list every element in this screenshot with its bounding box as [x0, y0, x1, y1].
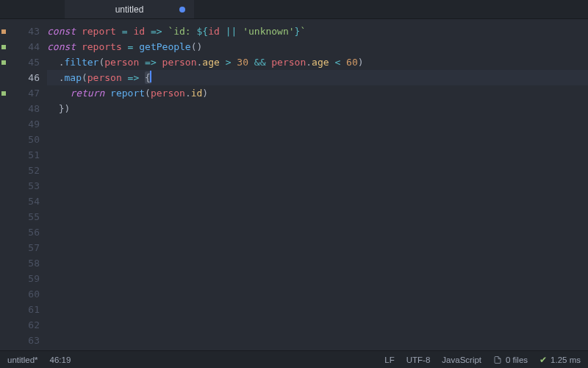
code-line[interactable]: const report = id => `id: ${id || 'unkno…: [47, 24, 588, 39]
line-number: 47: [7, 85, 40, 101]
fold-marker: [0, 302, 7, 317]
fold-marker: [0, 85, 7, 101]
code-area[interactable]: const report = id => `id: ${id || 'unkno…: [47, 19, 588, 350]
status-encoding[interactable]: UTF-8: [406, 355, 431, 364]
fold-marker: [0, 147, 7, 163]
token: .: [185, 88, 191, 99]
tab-untitled[interactable]: untitled: [65, 0, 194, 18]
code-line[interactable]: [47, 286, 588, 302]
status-line-ending[interactable]: LF: [384, 355, 394, 364]
status-timing[interactable]: ✔ 1.25 ms: [539, 355, 581, 365]
token: person: [151, 88, 185, 99]
fold-marker: [0, 240, 7, 255]
token: [122, 72, 128, 83]
token: >: [226, 57, 232, 68]
token: person: [87, 72, 122, 83]
file-icon: [493, 355, 502, 364]
status-bar: untitled* 46:19 LF UTF-8 JavaScript 0 fi…: [0, 350, 588, 368]
token: ${: [197, 26, 209, 37]
code-line[interactable]: [47, 333, 588, 348]
token: [47, 88, 70, 99]
fold-marker: [0, 209, 7, 224]
token: [248, 57, 254, 68]
token: [104, 88, 110, 99]
fold-marker: [0, 224, 7, 240]
code-line[interactable]: [47, 163, 588, 178]
line-number: 62: [7, 317, 40, 333]
token: ): [202, 88, 208, 99]
fold-marker: [0, 24, 7, 39]
code-line[interactable]: [47, 147, 588, 163]
token: [139, 72, 145, 83]
code-line[interactable]: }): [47, 101, 588, 116]
git-marker-icon: [1, 60, 6, 65]
line-number: 48: [7, 101, 40, 116]
code-line[interactable]: [47, 224, 588, 240]
fold-marker: [0, 255, 7, 271]
tab-bar: untitled: [0, 0, 588, 19]
token: report: [82, 26, 116, 37]
status-files[interactable]: 0 files: [493, 355, 528, 364]
token: age: [202, 57, 219, 68]
fold-marker: [0, 163, 7, 178]
code-line[interactable]: [47, 132, 588, 147]
token: getPeople: [139, 41, 190, 52]
line-number: 55: [7, 209, 40, 224]
line-number: 52: [7, 163, 40, 178]
code-line[interactable]: .map(person => {: [47, 70, 588, 85]
token: [157, 57, 162, 68]
status-cursor-position[interactable]: 46:19: [50, 355, 71, 364]
token: const: [47, 41, 76, 52]
line-number: 56: [7, 224, 40, 240]
code-line[interactable]: [47, 271, 588, 286]
token: id: [133, 26, 145, 37]
token: [139, 57, 145, 68]
line-number: 51: [7, 147, 40, 163]
line-number: 44: [7, 39, 40, 54]
status-language-label: JavaScript: [442, 355, 481, 364]
status-timing-label: 1.25 ms: [551, 355, 581, 364]
code-line[interactable]: [47, 240, 588, 255]
status-file[interactable]: untitled*: [7, 355, 38, 364]
token: [76, 26, 82, 37]
editor-window: untitled 4344454647484950515253545556575…: [0, 0, 588, 368]
token: =>: [128, 72, 140, 83]
line-number: 54: [7, 194, 40, 209]
code-editor[interactable]: 4344454647484950515253545556575859606162…: [0, 19, 588, 350]
line-number: 63: [7, 333, 40, 348]
line-number: 50: [7, 132, 40, 147]
token: =: [122, 26, 128, 37]
code-line[interactable]: [47, 178, 588, 194]
code-line[interactable]: [47, 255, 588, 271]
code-line[interactable]: [47, 209, 588, 224]
code-line[interactable]: .filter(person => person.age > 30 && per…: [47, 54, 588, 70]
code-line[interactable]: [47, 317, 588, 333]
token: [340, 57, 346, 68]
token: `: [300, 26, 306, 37]
line-number: 60: [7, 286, 40, 302]
fold-marker: [0, 39, 7, 54]
code-line[interactable]: [47, 116, 588, 132]
fold-marker: [0, 333, 7, 348]
token: person: [271, 57, 306, 68]
code-line[interactable]: [47, 194, 588, 209]
token: ||: [226, 26, 237, 37]
token: 'unknown': [243, 26, 294, 37]
code-line[interactable]: return report(person.id): [47, 85, 588, 101]
fold-marker: [0, 178, 7, 194]
token: =>: [151, 26, 162, 37]
token: map: [64, 72, 81, 83]
token: id: [191, 88, 203, 99]
token: [47, 57, 59, 68]
code-line[interactable]: const reports = getPeople(): [47, 39, 588, 54]
token: [47, 103, 59, 114]
fold-marker: [0, 317, 7, 333]
token: person: [162, 57, 197, 68]
status-language[interactable]: JavaScript: [442, 355, 481, 364]
token: [220, 57, 226, 68]
token: (): [191, 41, 203, 52]
line-number: 58: [7, 255, 40, 271]
token: ): [358, 57, 364, 68]
code-line[interactable]: [47, 302, 588, 317]
token: (: [82, 72, 87, 83]
